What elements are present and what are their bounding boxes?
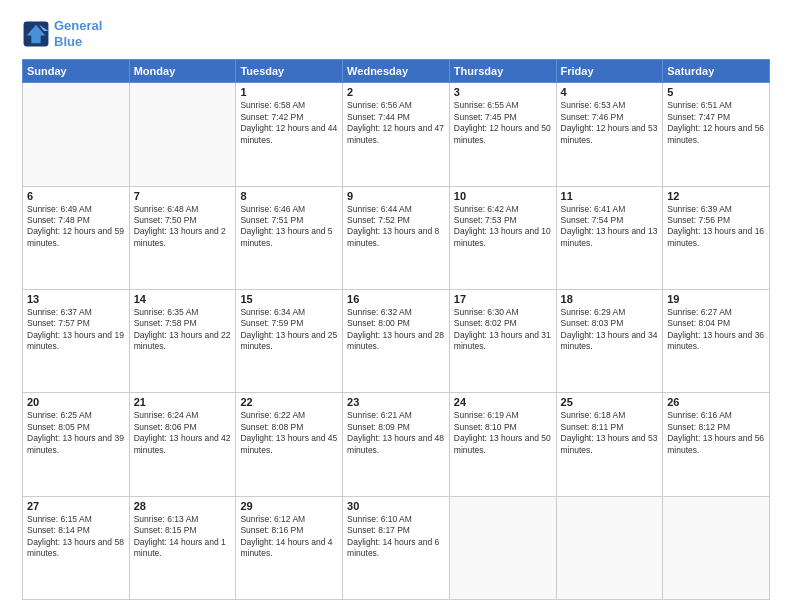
- header: General Blue: [22, 18, 770, 49]
- day-number: 9: [347, 190, 445, 202]
- calendar-cell: [23, 83, 130, 186]
- calendar-cell: 28Sunrise: 6:13 AMSunset: 8:15 PMDayligh…: [129, 496, 236, 599]
- day-number: 12: [667, 190, 765, 202]
- day-number: 20: [27, 396, 125, 408]
- calendar-table: SundayMondayTuesdayWednesdayThursdayFrid…: [22, 59, 770, 600]
- day-number: 13: [27, 293, 125, 305]
- day-number: 4: [561, 86, 659, 98]
- calendar-cell: 23Sunrise: 6:21 AMSunset: 8:09 PMDayligh…: [343, 393, 450, 496]
- day-info: Sunrise: 6:48 AMSunset: 7:50 PMDaylight:…: [134, 204, 232, 250]
- calendar-cell: 12Sunrise: 6:39 AMSunset: 7:56 PMDayligh…: [663, 186, 770, 289]
- calendar-cell: 7Sunrise: 6:48 AMSunset: 7:50 PMDaylight…: [129, 186, 236, 289]
- calendar-cell: 14Sunrise: 6:35 AMSunset: 7:58 PMDayligh…: [129, 289, 236, 392]
- day-number: 23: [347, 396, 445, 408]
- day-info: Sunrise: 6:16 AMSunset: 8:12 PMDaylight:…: [667, 410, 765, 456]
- calendar-cell: 5Sunrise: 6:51 AMSunset: 7:47 PMDaylight…: [663, 83, 770, 186]
- day-number: 14: [134, 293, 232, 305]
- calendar-cell: 21Sunrise: 6:24 AMSunset: 8:06 PMDayligh…: [129, 393, 236, 496]
- logo-icon: [22, 20, 50, 48]
- calendar-header-friday: Friday: [556, 60, 663, 83]
- calendar-cell: 20Sunrise: 6:25 AMSunset: 8:05 PMDayligh…: [23, 393, 130, 496]
- day-number: 11: [561, 190, 659, 202]
- calendar-header-saturday: Saturday: [663, 60, 770, 83]
- day-info: Sunrise: 6:39 AMSunset: 7:56 PMDaylight:…: [667, 204, 765, 250]
- day-info: Sunrise: 6:42 AMSunset: 7:53 PMDaylight:…: [454, 204, 552, 250]
- calendar-week-row: 27Sunrise: 6:15 AMSunset: 8:14 PMDayligh…: [23, 496, 770, 599]
- day-info: Sunrise: 6:37 AMSunset: 7:57 PMDaylight:…: [27, 307, 125, 353]
- calendar-week-row: 1Sunrise: 6:58 AMSunset: 7:42 PMDaylight…: [23, 83, 770, 186]
- day-number: 27: [27, 500, 125, 512]
- calendar-cell: [663, 496, 770, 599]
- day-number: 22: [240, 396, 338, 408]
- calendar-cell: 29Sunrise: 6:12 AMSunset: 8:16 PMDayligh…: [236, 496, 343, 599]
- day-info: Sunrise: 6:15 AMSunset: 8:14 PMDaylight:…: [27, 514, 125, 560]
- calendar-week-row: 6Sunrise: 6:49 AMSunset: 7:48 PMDaylight…: [23, 186, 770, 289]
- day-info: Sunrise: 6:58 AMSunset: 7:42 PMDaylight:…: [240, 100, 338, 146]
- calendar-cell: 9Sunrise: 6:44 AMSunset: 7:52 PMDaylight…: [343, 186, 450, 289]
- calendar-cell: 19Sunrise: 6:27 AMSunset: 8:04 PMDayligh…: [663, 289, 770, 392]
- day-number: 7: [134, 190, 232, 202]
- calendar-cell: 6Sunrise: 6:49 AMSunset: 7:48 PMDaylight…: [23, 186, 130, 289]
- day-number: 10: [454, 190, 552, 202]
- day-info: Sunrise: 6:24 AMSunset: 8:06 PMDaylight:…: [134, 410, 232, 456]
- calendar-header-sunday: Sunday: [23, 60, 130, 83]
- calendar-cell: 27Sunrise: 6:15 AMSunset: 8:14 PMDayligh…: [23, 496, 130, 599]
- calendar-cell: 10Sunrise: 6:42 AMSunset: 7:53 PMDayligh…: [449, 186, 556, 289]
- day-number: 1: [240, 86, 338, 98]
- calendar-cell: 16Sunrise: 6:32 AMSunset: 8:00 PMDayligh…: [343, 289, 450, 392]
- logo-text: General Blue: [54, 18, 102, 49]
- calendar-cell: 13Sunrise: 6:37 AMSunset: 7:57 PMDayligh…: [23, 289, 130, 392]
- day-number: 30: [347, 500, 445, 512]
- calendar-cell: 4Sunrise: 6:53 AMSunset: 7:46 PMDaylight…: [556, 83, 663, 186]
- day-info: Sunrise: 6:21 AMSunset: 8:09 PMDaylight:…: [347, 410, 445, 456]
- day-info: Sunrise: 6:10 AMSunset: 8:17 PMDaylight:…: [347, 514, 445, 560]
- calendar-header-row: SundayMondayTuesdayWednesdayThursdayFrid…: [23, 60, 770, 83]
- day-number: 28: [134, 500, 232, 512]
- day-number: 24: [454, 396, 552, 408]
- calendar-cell: 30Sunrise: 6:10 AMSunset: 8:17 PMDayligh…: [343, 496, 450, 599]
- calendar-cell: 22Sunrise: 6:22 AMSunset: 8:08 PMDayligh…: [236, 393, 343, 496]
- calendar-cell: 18Sunrise: 6:29 AMSunset: 8:03 PMDayligh…: [556, 289, 663, 392]
- day-info: Sunrise: 6:41 AMSunset: 7:54 PMDaylight:…: [561, 204, 659, 250]
- day-info: Sunrise: 6:49 AMSunset: 7:48 PMDaylight:…: [27, 204, 125, 250]
- day-info: Sunrise: 6:13 AMSunset: 8:15 PMDaylight:…: [134, 514, 232, 560]
- day-number: 6: [27, 190, 125, 202]
- day-info: Sunrise: 6:30 AMSunset: 8:02 PMDaylight:…: [454, 307, 552, 353]
- logo: General Blue: [22, 18, 102, 49]
- day-number: 19: [667, 293, 765, 305]
- day-number: 15: [240, 293, 338, 305]
- day-info: Sunrise: 6:46 AMSunset: 7:51 PMDaylight:…: [240, 204, 338, 250]
- calendar-header-wednesday: Wednesday: [343, 60, 450, 83]
- calendar-cell: 8Sunrise: 6:46 AMSunset: 7:51 PMDaylight…: [236, 186, 343, 289]
- calendar-cell: [129, 83, 236, 186]
- day-info: Sunrise: 6:29 AMSunset: 8:03 PMDaylight:…: [561, 307, 659, 353]
- day-info: Sunrise: 6:56 AMSunset: 7:44 PMDaylight:…: [347, 100, 445, 146]
- calendar-header-thursday: Thursday: [449, 60, 556, 83]
- day-info: Sunrise: 6:53 AMSunset: 7:46 PMDaylight:…: [561, 100, 659, 146]
- calendar-cell: 24Sunrise: 6:19 AMSunset: 8:10 PMDayligh…: [449, 393, 556, 496]
- day-info: Sunrise: 6:18 AMSunset: 8:11 PMDaylight:…: [561, 410, 659, 456]
- day-number: 26: [667, 396, 765, 408]
- day-info: Sunrise: 6:19 AMSunset: 8:10 PMDaylight:…: [454, 410, 552, 456]
- day-number: 2: [347, 86, 445, 98]
- day-number: 16: [347, 293, 445, 305]
- calendar-cell: 3Sunrise: 6:55 AMSunset: 7:45 PMDaylight…: [449, 83, 556, 186]
- day-info: Sunrise: 6:25 AMSunset: 8:05 PMDaylight:…: [27, 410, 125, 456]
- day-number: 29: [240, 500, 338, 512]
- day-number: 8: [240, 190, 338, 202]
- day-info: Sunrise: 6:27 AMSunset: 8:04 PMDaylight:…: [667, 307, 765, 353]
- calendar-cell: 15Sunrise: 6:34 AMSunset: 7:59 PMDayligh…: [236, 289, 343, 392]
- calendar-cell: 17Sunrise: 6:30 AMSunset: 8:02 PMDayligh…: [449, 289, 556, 392]
- day-number: 17: [454, 293, 552, 305]
- day-number: 18: [561, 293, 659, 305]
- day-info: Sunrise: 6:32 AMSunset: 8:00 PMDaylight:…: [347, 307, 445, 353]
- calendar-week-row: 13Sunrise: 6:37 AMSunset: 7:57 PMDayligh…: [23, 289, 770, 392]
- calendar-cell: [449, 496, 556, 599]
- day-info: Sunrise: 6:22 AMSunset: 8:08 PMDaylight:…: [240, 410, 338, 456]
- day-info: Sunrise: 6:12 AMSunset: 8:16 PMDaylight:…: [240, 514, 338, 560]
- day-info: Sunrise: 6:35 AMSunset: 7:58 PMDaylight:…: [134, 307, 232, 353]
- day-number: 21: [134, 396, 232, 408]
- day-number: 25: [561, 396, 659, 408]
- calendar-cell: 11Sunrise: 6:41 AMSunset: 7:54 PMDayligh…: [556, 186, 663, 289]
- calendar-cell: 1Sunrise: 6:58 AMSunset: 7:42 PMDaylight…: [236, 83, 343, 186]
